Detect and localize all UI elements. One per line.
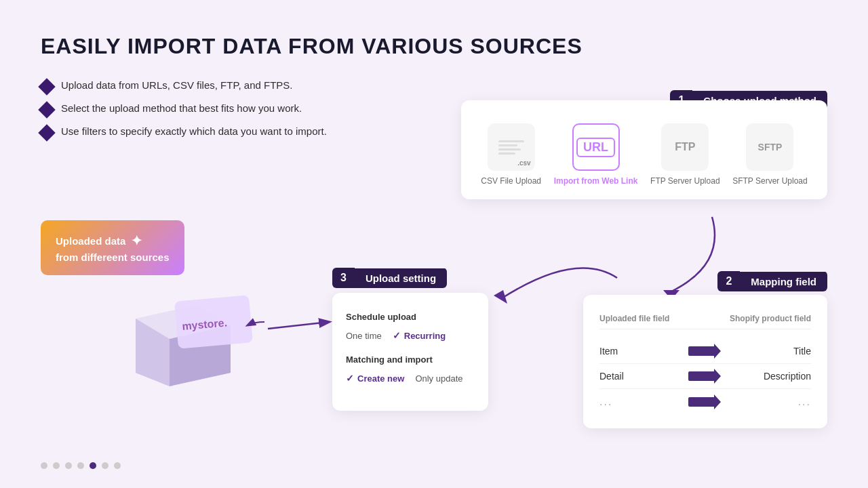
upload-setting-card: Schedule upload One time ✓ Recurring Mat… <box>332 293 488 411</box>
schedule-option-onetime[interactable]: One time <box>346 330 382 341</box>
dot-7[interactable] <box>114 462 121 469</box>
mapping-arrow-2 <box>660 371 743 381</box>
store-illustration: mystore. <box>108 264 264 386</box>
mapping-header-right: Shopify product field <box>730 314 811 323</box>
sparkle-icon: ✦ <box>131 231 142 250</box>
upload-option-sftp[interactable]: SFTP SFTP Server Upload <box>732 123 808 186</box>
diamond-icon-1 <box>38 78 55 95</box>
mapping-left-2: Detail <box>599 371 660 382</box>
ftp-option-label: FTP Server Upload <box>650 176 720 186</box>
schedule-options: One time ✓ Recurring <box>346 330 475 341</box>
upload-options: .csv CSV File Upload URL Import from Web… <box>475 123 814 186</box>
step2-label: Mapping field <box>740 272 827 291</box>
uploaded-data-line1: Uploaded data <box>56 234 125 248</box>
diamond-icon-3 <box>38 124 55 141</box>
pagination <box>41 462 121 469</box>
update-label: Only update <box>415 373 462 384</box>
url-option-label: Import from Web Link <box>554 176 638 186</box>
dot-2[interactable] <box>53 462 60 469</box>
mapping-row-2: Detail Description <box>599 364 811 389</box>
mapping-header: Uploaded file field Shopify product fiel… <box>599 314 811 329</box>
matching-title: Matching and import <box>346 354 475 365</box>
csv-option-label: CSV File Upload <box>481 176 541 186</box>
step2-badge: 2 Mapping field <box>717 271 827 291</box>
upload-option-url[interactable]: URL Import from Web Link <box>554 123 638 186</box>
ftp-text: FTP <box>675 141 695 153</box>
url-text: URL <box>576 138 615 157</box>
upload-option-ftp[interactable]: FTP FTP Server Upload <box>650 123 720 186</box>
matching-options: ✓ Create new Only update <box>346 373 475 384</box>
curved-arrow-left <box>468 264 624 319</box>
ftp-icon: FTP <box>661 123 709 171</box>
upload-method-card: .csv CSV File Upload URL Import from Web… <box>461 100 827 199</box>
page: EASILY IMPORT DATA FROM VARIOUS SOURCES … <box>0 0 868 488</box>
dot-1[interactable] <box>41 462 47 469</box>
mapping-arrow-1 <box>660 346 743 356</box>
onetime-label: One time <box>346 331 382 341</box>
sftp-option-label: SFTP Server Upload <box>732 176 808 186</box>
create-label: Create new <box>357 373 404 384</box>
mapping-arrow-3 <box>660 397 743 407</box>
step3-badge: 3 Upload setting <box>332 268 447 288</box>
arrow-icon-2 <box>688 371 715 381</box>
sftp-text: SFTP <box>758 142 783 152</box>
sftp-icon: SFTP <box>746 123 793 171</box>
csv-icon: .csv <box>488 123 535 171</box>
uploaded-data-line2: from differeent sources <box>56 250 170 264</box>
mapping-right-3: ... <box>743 396 811 408</box>
arrow-icon-3 <box>688 397 715 407</box>
mapping-right-2: Description <box>743 371 811 382</box>
csv-label-text: .csv <box>517 159 530 167</box>
store-to-step3-arrow <box>261 308 342 342</box>
schedule-title: Schedule upload <box>346 312 475 322</box>
dot-6[interactable] <box>102 462 108 469</box>
mapping-left-3: ... <box>599 396 660 408</box>
main-title: EASILY IMPORT DATA FROM VARIOUS SOURCES <box>41 34 827 59</box>
csv-lines <box>493 135 530 160</box>
step2-number: 2 <box>717 271 740 291</box>
schedule-option-recurring[interactable]: ✓ Recurring <box>393 330 446 341</box>
recurring-label: Recurring <box>404 331 446 341</box>
create-check: ✓ <box>346 373 354 384</box>
matching-option-update[interactable]: Only update <box>415 373 462 384</box>
csv-line-4 <box>498 152 515 155</box>
svg-marker-6 <box>494 290 507 304</box>
dot-5[interactable] <box>90 462 96 469</box>
step3-label: Upload setting <box>355 268 447 288</box>
recurring-check: ✓ <box>393 330 401 341</box>
step3-number: 3 <box>332 268 355 288</box>
arrow-icon-1 <box>688 346 715 356</box>
csv-line-2 <box>498 144 517 146</box>
mapping-right-1: Title <box>743 346 811 357</box>
csv-line-1 <box>498 140 524 142</box>
mapping-row-3: ... ... <box>599 389 811 415</box>
dot-3[interactable] <box>65 462 72 469</box>
csv-line-3 <box>498 148 521 150</box>
upload-option-csv[interactable]: .csv CSV File Upload <box>481 123 541 186</box>
url-icon: URL <box>572 123 620 171</box>
mapping-row-1: Item Title <box>599 339 811 364</box>
matching-option-create[interactable]: ✓ Create new <box>346 373 404 384</box>
mapping-left-1: Item <box>599 346 660 357</box>
diamond-icon-2 <box>38 101 55 118</box>
dot-4[interactable] <box>77 462 84 469</box>
